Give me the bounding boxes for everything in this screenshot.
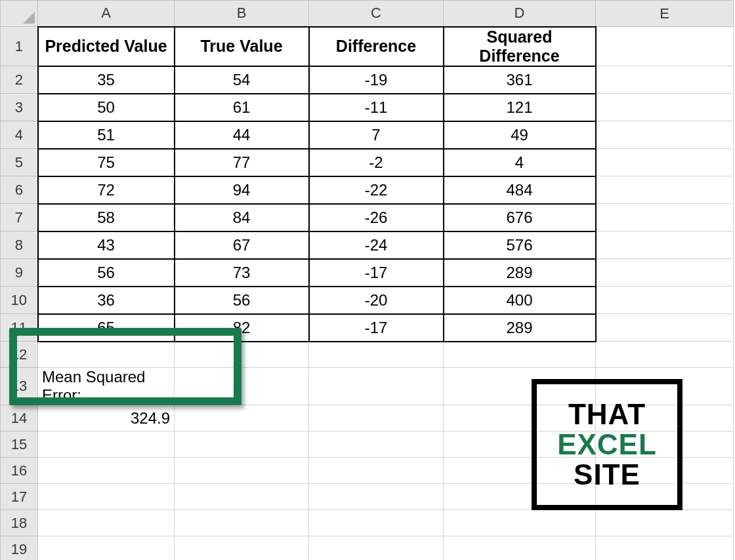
cell-E8[interactable] <box>596 231 734 259</box>
cell-C16[interactable] <box>309 458 444 484</box>
cell-A5[interactable]: 75 <box>38 149 175 176</box>
row-header-2[interactable]: 2 <box>1 66 38 94</box>
row-header-13[interactable]: 13 <box>1 368 38 405</box>
cell-C19[interactable] <box>309 536 444 561</box>
cell-A9[interactable]: 56 <box>38 259 175 287</box>
cell-A13-mse-label[interactable]: Mean Squared Error: <box>38 368 175 405</box>
cell-D19[interactable] <box>444 536 596 561</box>
cell-C5[interactable]: -2 <box>309 149 444 176</box>
cell-B13[interactable] <box>175 368 309 405</box>
cell-B2[interactable]: 54 <box>175 66 309 94</box>
cell-C2[interactable]: -19 <box>309 66 444 94</box>
cell-B10[interactable]: 56 <box>175 287 309 314</box>
cell-E11[interactable] <box>596 314 734 342</box>
cell-E3[interactable] <box>596 94 734 121</box>
cell-E18[interactable] <box>596 510 734 536</box>
select-all-corner[interactable] <box>1 1 38 27</box>
row-header-5[interactable]: 5 <box>1 149 38 176</box>
row-header-16[interactable]: 16 <box>1 458 38 484</box>
cell-E5[interactable] <box>596 149 734 176</box>
cell-C7[interactable]: -26 <box>309 204 444 231</box>
cell-B3[interactable]: 61 <box>175 94 309 121</box>
cell-E6[interactable] <box>596 176 734 204</box>
cell-B18[interactable] <box>175 510 309 536</box>
cell-D5[interactable]: 4 <box>444 149 596 176</box>
cell-E19[interactable] <box>596 536 734 561</box>
column-header-B[interactable]: B <box>175 1 309 27</box>
row-header-9[interactable]: 9 <box>1 259 38 287</box>
row-header-8[interactable]: 8 <box>1 231 38 259</box>
row-header-10[interactable]: 10 <box>1 287 38 314</box>
cell-D12[interactable] <box>444 342 596 368</box>
row-header-3[interactable]: 3 <box>1 94 38 121</box>
cell-E10[interactable] <box>596 287 734 314</box>
cell-C15[interactable] <box>309 431 444 458</box>
cell-D2[interactable]: 361 <box>444 66 596 94</box>
cell-B6[interactable]: 94 <box>175 176 309 204</box>
cell-B16[interactable] <box>175 458 309 484</box>
cell-B5[interactable]: 77 <box>175 149 309 176</box>
cell-C13[interactable] <box>309 368 444 405</box>
cell-C10[interactable]: -20 <box>309 287 444 314</box>
row-header-1[interactable]: 1 <box>1 27 38 66</box>
cell-A6[interactable]: 72 <box>38 176 175 204</box>
cell-B12[interactable] <box>175 342 309 368</box>
cell-D18[interactable] <box>444 510 596 536</box>
cell-D7[interactable]: 676 <box>444 204 596 231</box>
cell-C18[interactable] <box>309 510 444 536</box>
cell-A2[interactable]: 35 <box>38 66 175 94</box>
cell-E1[interactable] <box>596 27 734 66</box>
cell-A8[interactable]: 43 <box>38 231 175 259</box>
row-header-19[interactable]: 19 <box>1 536 38 561</box>
cell-D6[interactable]: 484 <box>444 176 596 204</box>
cell-A17[interactable] <box>38 484 175 510</box>
column-header-E[interactable]: E <box>596 1 734 27</box>
cell-A15[interactable] <box>38 431 175 458</box>
cell-E2[interactable] <box>596 66 734 94</box>
cell-D1[interactable]: Squared Difference <box>444 27 596 66</box>
row-header-4[interactable]: 4 <box>1 121 38 149</box>
cell-A4[interactable]: 51 <box>38 121 175 149</box>
row-header-12[interactable]: 12 <box>1 342 38 368</box>
cell-B17[interactable] <box>175 484 309 510</box>
row-header-18[interactable]: 18 <box>1 510 38 536</box>
row-header-14[interactable]: 14 <box>1 405 38 431</box>
cell-C17[interactable] <box>309 484 444 510</box>
cell-E7[interactable] <box>596 204 734 231</box>
cell-C8[interactable]: -24 <box>309 231 444 259</box>
cell-B15[interactable] <box>175 431 309 458</box>
column-header-A[interactable]: A <box>38 1 175 27</box>
cell-A11[interactable]: 65 <box>38 314 175 342</box>
cell-C12[interactable] <box>309 342 444 368</box>
cell-B9[interactable]: 73 <box>175 259 309 287</box>
cell-B4[interactable]: 44 <box>175 121 309 149</box>
cell-A18[interactable] <box>38 510 175 536</box>
cell-B1[interactable]: True Value <box>175 27 309 66</box>
row-header-17[interactable]: 17 <box>1 484 38 510</box>
cell-C9[interactable]: -17 <box>309 259 444 287</box>
cell-A19[interactable] <box>38 536 175 561</box>
cell-D9[interactable]: 289 <box>444 259 596 287</box>
row-header-15[interactable]: 15 <box>1 431 38 458</box>
cell-E12[interactable] <box>596 342 734 368</box>
cell-A12[interactable] <box>38 342 175 368</box>
cell-C1[interactable]: Difference <box>309 27 444 66</box>
cell-D4[interactable]: 49 <box>444 121 596 149</box>
cell-C6[interactable]: -22 <box>309 176 444 204</box>
cell-A10[interactable]: 36 <box>38 287 175 314</box>
cell-B11[interactable]: 82 <box>175 314 309 342</box>
cell-D11[interactable]: 289 <box>444 314 596 342</box>
row-header-11[interactable]: 11 <box>1 314 38 342</box>
column-header-D[interactable]: D <box>444 1 596 27</box>
cell-E4[interactable] <box>596 121 734 149</box>
cell-A7[interactable]: 58 <box>38 204 175 231</box>
cell-D8[interactable]: 576 <box>444 231 596 259</box>
cell-D10[interactable]: 400 <box>444 287 596 314</box>
column-header-C[interactable]: C <box>309 1 444 27</box>
row-header-6[interactable]: 6 <box>1 176 38 204</box>
cell-C3[interactable]: -11 <box>309 94 444 121</box>
cell-C4[interactable]: 7 <box>309 121 444 149</box>
cell-A14-mse-value[interactable]: 324.9 <box>38 405 175 431</box>
cell-D3[interactable]: 121 <box>444 94 596 121</box>
cell-B19[interactable] <box>175 536 309 561</box>
